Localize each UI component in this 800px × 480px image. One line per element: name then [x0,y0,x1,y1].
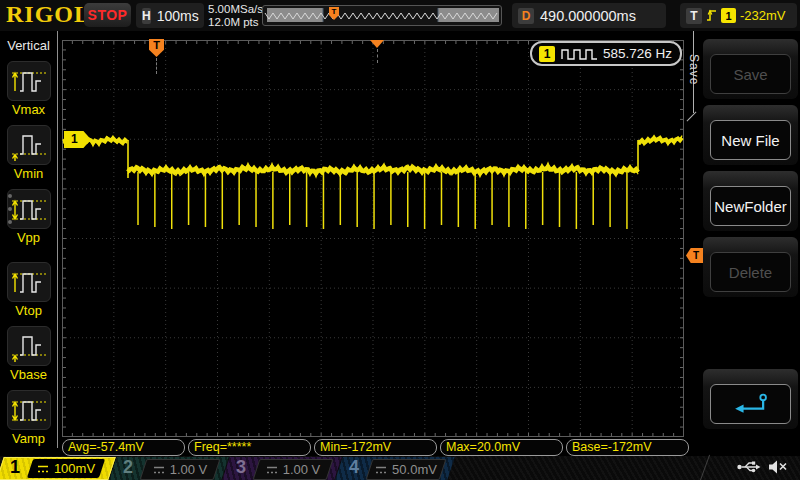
return-arrow-icon [730,390,772,418]
measurement-avg: Avg=-57.4mV [62,439,185,456]
sound-muted-icon [768,459,788,475]
counter-channel-badge: 1 [539,46,555,62]
left-measure-menu: Vertical Vmax Vmin [0,31,57,448]
left-menu-label: Vmax [7,102,51,117]
channel-4-scale-box: 50.0mV [366,459,447,480]
left-menu-item-vmin[interactable]: Vmin [7,125,51,181]
left-menu-separator [57,31,58,448]
dc-coupling-icon [153,465,165,475]
softkey-slot-2: New File [703,105,798,165]
t-key-label: T [686,8,702,24]
trigger-position-line [156,58,157,74]
horizontal-timebase-box[interactable]: H 100ms [136,3,204,28]
trigger-box[interactable]: T 1 -232mV [680,3,797,28]
vpp-icon [7,189,51,229]
d-key-label: D [518,8,534,24]
delay-box[interactable]: D 490.000000ms [512,3,666,28]
back-button[interactable] [710,384,791,424]
save-button[interactable]: Save [710,54,791,94]
pulse-train-icon [560,47,598,61]
oscilloscope-screen: RIGOL STOP H 100ms 5.00MSa/s 12.0M pts T… [0,0,800,480]
channel-3-badge[interactable]: 3 1.00 V [226,457,338,480]
channel-4-number: 4 [349,457,359,478]
channel-3-scale: 1.00 V [283,462,321,477]
acquisition-info: 5.00MSa/s 12.0M pts [208,3,263,29]
trigger-level-value: -232mV [740,8,786,23]
softkey-slot-1: Save [703,39,798,99]
measurement-base: Base=-172mV [566,439,689,456]
channel-2-number: 2 [123,457,133,478]
dc-coupling-icon [375,465,387,475]
delay-reference-marker [370,40,384,48]
channel-status-bar: 1 100mV 2 1.00 V [0,456,800,480]
waveform-display-grid [62,40,684,437]
measurement-freq: Freq=***** [188,439,311,456]
channel-1-number: 1 [10,457,20,478]
left-menu-label: Vmin [7,166,51,181]
page-indicator-dots [8,194,12,224]
channel-1-scale-box: 100mV [27,459,105,478]
channel-1-badge[interactable]: 1 100mV [0,457,112,480]
menu-tab-save: Save [687,54,701,85]
left-menu-item-vpp[interactable]: Vpp [7,189,51,245]
vbase-icon [7,326,51,366]
channel-2-badge[interactable]: 2 1.00 V [113,457,225,480]
new-file-button[interactable]: New File [710,120,791,160]
delay-reference-line [377,49,378,63]
softkey-slot-6 [703,369,798,429]
delete-button[interactable]: Delete [710,252,791,292]
vmax-icon [7,61,51,101]
channel-3-number: 3 [236,457,246,478]
softkey-slot-3: NewFolder [703,171,798,231]
counter-frequency-value: 585.726 Hz [603,46,672,61]
trigger-source-badge: 1 [721,8,736,23]
waveform-preview-strip: T [262,5,502,26]
trigger-level-marker[interactable]: T [686,248,703,263]
channel-4-badge[interactable]: 4 50.0mV [339,457,451,480]
channel-2-scale: 1.00 V [170,462,208,477]
left-menu-label: Vbase [7,367,51,382]
left-menu-item-vbase[interactable]: Vbase [7,326,51,382]
dc-coupling-icon [37,464,49,474]
channel-3-scale-box: 1.00 V [253,459,334,480]
dc-coupling-icon [266,465,278,475]
left-menu-item-vmax[interactable]: Vmax [7,61,51,117]
vamp-icon [7,390,51,430]
left-menu-title: Vertical [0,38,57,53]
measurement-min: Min=-172mV [314,439,437,456]
sample-rate: 5.00MSa/s [208,3,263,16]
vtop-icon [7,262,51,302]
h-key-label: H [142,8,151,24]
left-menu-label: Vamp [7,431,51,446]
rigol-logo: RIGOL [6,1,91,28]
memory-depth: 12.0M pts [208,16,263,29]
new-folder-button[interactable]: NewFolder [710,186,791,226]
measurement-max: Max=20.0mV [440,439,563,456]
left-menu-item-vtop[interactable]: Vtop [7,262,51,318]
delay-value: 490.000000ms [540,8,636,24]
channel-2-scale-box: 1.00 V [140,459,221,480]
left-menu-item-vamp[interactable]: Vamp [7,390,51,446]
channel-4-scale: 50.0mV [392,462,437,477]
top-status-bar: RIGOL STOP H 100ms 5.00MSa/s 12.0M pts T… [0,0,800,31]
right-menu-tab-notch [687,112,697,122]
rising-edge-icon [706,8,717,23]
run-state-badge[interactable]: STOP [84,3,131,27]
vmin-icon [7,125,51,165]
channel-1-scale: 100mV [54,461,95,476]
softkey-slot-4: Delete [703,237,798,297]
preview-waveform [263,6,501,25]
frequency-counter: 1 585.726 Hz [530,41,682,66]
timebase-value: 100ms [157,8,199,24]
left-menu-label: Vtop [7,303,51,318]
left-menu-label: Vpp [7,230,51,245]
usb-icon [737,459,761,475]
